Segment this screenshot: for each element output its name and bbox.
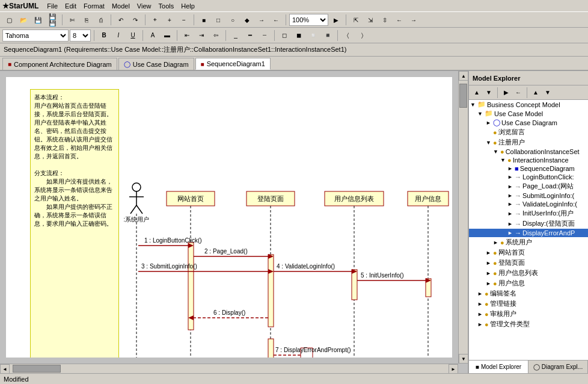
tab-usecase[interactable]: ◯ Use Case Diagram — [118, 58, 194, 70]
scroll-down-btn[interactable]: ▼ — [459, 354, 468, 364]
tree-item-loginpage[interactable]: ► ● 登陆页面 — [469, 258, 588, 268]
undo-button[interactable]: ↶ — [114, 13, 127, 26]
fill-button[interactable]: ▬ — [161, 29, 174, 42]
tree-item-seq-diagram[interactable]: ► ■ SequenceDiagram — [469, 164, 588, 173]
menu-format[interactable]: Format — [80, 2, 108, 10]
menu-edit[interactable]: Edit — [61, 2, 80, 10]
tree-item-uc-diagram[interactable]: ► ◯ Use Case Diagram — [469, 118, 588, 127]
line-btn1[interactable]: ⎯ — [229, 29, 242, 42]
tab-component-arch[interactable]: ■ Component Architecture Diagram — [2, 58, 117, 70]
font-size-select[interactable]: 8 9 10 12 — [70, 29, 91, 42]
save-all-button[interactable]: 💾💾 — [46, 13, 59, 26]
tree-item-inituser[interactable]: ► → InitUserInfo:(用户 — [469, 208, 588, 218]
menu-tools[interactable]: Tools — [155, 2, 178, 10]
arrange-btn1[interactable]: ◻ — [278, 29, 291, 42]
color-button[interactable]: A — [146, 29, 159, 42]
tree-item-manage-link[interactable]: ► ● 管理链接 — [469, 299, 588, 309]
toggle-ru[interactable]: ► — [477, 311, 485, 317]
canvas-viewport[interactable]: 基本流程：用户在网站首页点击登陆链接，系统显示后台登陆页面。用户在登陆表单中输入… — [0, 71, 468, 373]
tree-item-display-error[interactable]: ► → DisplayErrorAndP — [469, 229, 588, 237]
tree-item-collab[interactable]: ▼ ● CollaborationInstanceSet — [469, 147, 588, 156]
align-center-button[interactable]: ⇥ — [195, 29, 208, 42]
tb14[interactable]: ← — [393, 13, 406, 26]
tree-item-browse[interactable]: ● 浏览留言 — [469, 127, 588, 137]
toggle-init[interactable]: ► — [507, 211, 515, 217]
toggle-ucm[interactable]: ▼ — [477, 111, 485, 117]
tree-item-business-concept[interactable]: ▼ 📁 Business Concept Model — [469, 100, 588, 109]
menu-file[interactable]: File — [43, 2, 61, 10]
toggle-de[interactable]: ► — [507, 230, 515, 236]
zoom-apply[interactable]: ▶ — [329, 13, 343, 26]
explorer-btn6[interactable]: ▼ — [542, 87, 553, 98]
tab-sequence[interactable]: ■ SequenceDiagram1 — [195, 58, 271, 70]
toggle-collab[interactable]: ▼ — [493, 149, 500, 155]
zoom-fit-button[interactable]: ⌖ — [149, 13, 162, 26]
toggle-reg[interactable]: ▼ — [486, 140, 493, 146]
bold-button[interactable]: B — [97, 29, 111, 42]
tree-item-register[interactable]: ▼ ● 注册用户 — [469, 137, 588, 147]
tree-item-userinfo[interactable]: ► ● 用户信息 — [469, 278, 588, 288]
align-left-button[interactable]: ⇤ — [180, 29, 194, 42]
underline-button[interactable]: U — [126, 29, 139, 42]
tree-item-sys-user[interactable]: ► ● 系统用户 — [469, 237, 588, 247]
line-btn2[interactable]: ━ — [243, 29, 257, 42]
tree-item-interaction[interactable]: ▼ ● InteractionInstance — [469, 156, 588, 164]
align-right-button[interactable]: ⇦ — [209, 29, 222, 42]
zoom-select[interactable]: 100% 75% 50% 150% — [289, 14, 328, 26]
menu-view[interactable]: View — [133, 2, 155, 10]
explorer-btn1[interactable]: ▲ — [471, 87, 482, 98]
tb6[interactable]: □ — [212, 13, 225, 26]
cut-button[interactable]: ✄ — [66, 13, 79, 26]
explorer-btn4[interactable]: ← — [513, 87, 524, 98]
new-button[interactable]: ▢ — [2, 13, 16, 26]
toggle-mt[interactable]: ► — [477, 321, 485, 327]
open-button[interactable]: 📂 — [17, 13, 30, 26]
tb12[interactable]: ⇲ — [364, 13, 377, 26]
explorer-btn2[interactable]: ▼ — [483, 87, 494, 98]
toggle-ul[interactable]: ► — [486, 270, 493, 276]
toggle-lp[interactable]: ► — [486, 260, 493, 266]
arrange-btn4[interactable]: ◾ — [321, 29, 334, 42]
tree-item-usecase-model[interactable]: ▼ 📁 Use Case Model — [469, 109, 588, 118]
toggle-ui[interactable]: ► — [486, 280, 493, 286]
line-btn3[interactable]: ┄ — [258, 29, 271, 42]
tb15[interactable]: → — [407, 13, 420, 26]
toggle-ml[interactable]: ► — [477, 301, 485, 307]
toggle-seq[interactable]: ► — [507, 166, 515, 172]
redo-button[interactable]: ↷ — [129, 13, 142, 26]
exp-tab-diagram[interactable]: ◯ Diagram Expl... — [528, 361, 588, 373]
tree-item-submit[interactable]: ► → SubmitLoginInfo:( — [469, 191, 588, 200]
tree-item-validate[interactable]: ► → ValidateLoginInfo:( — [469, 200, 588, 208]
tree-item-login-btn[interactable]: ► → LoginButtonClick: — [469, 173, 588, 181]
misc-btn2[interactable]: 〉 — [355, 29, 369, 42]
tree-item-manage-type[interactable]: ► ● 管理文件类型 — [469, 319, 588, 329]
tb5[interactable]: ■ — [197, 13, 210, 26]
save-button[interactable]: 💾 — [31, 13, 44, 26]
toggle-es[interactable]: ► — [477, 291, 485, 297]
zoom-in-button[interactable]: + — [163, 13, 176, 26]
actor-system-user[interactable]: :系统用户 — [124, 183, 150, 223]
explorer-btn3[interactable]: ▶ — [501, 87, 512, 98]
zoom-out-button[interactable]: − — [177, 13, 191, 26]
toggle-biz[interactable]: ▼ — [470, 102, 477, 108]
tb8[interactable]: ◆ — [240, 13, 254, 26]
misc-btn1[interactable]: 〈 — [341, 29, 354, 42]
tree-item-page-load[interactable]: ► → Page_Load:(网站 — [469, 181, 588, 191]
tree-item-review-user[interactable]: ► ● 审核用户 — [469, 309, 588, 319]
scroll-right-btn[interactable]: ► — [449, 364, 458, 373]
tree-item-website[interactable]: ► ● 网站首页 — [469, 247, 588, 258]
menu-model[interactable]: Model — [108, 2, 133, 10]
explorer-btn5[interactable]: ▲ — [530, 87, 541, 98]
toggle-ws[interactable]: ► — [486, 250, 493, 256]
toggle-interact[interactable]: ▼ — [500, 157, 507, 163]
h-scroll-thumb[interactable] — [13, 365, 61, 373]
v-scroll-thumb[interactable] — [459, 84, 467, 108]
menu-help[interactable]: Help — [177, 2, 198, 10]
arrange-btn2[interactable]: ◼ — [292, 29, 305, 42]
toggle-su[interactable]: ► — [493, 240, 500, 246]
h-scrollbar[interactable]: ◄ ► — [0, 364, 458, 373]
tb7[interactable]: ○ — [226, 13, 239, 26]
toggle-pl[interactable]: ► — [507, 184, 515, 190]
tree-item-edit-sig[interactable]: ► ● 编辑签名 — [469, 288, 588, 299]
italic-button[interactable]: I — [112, 29, 125, 42]
